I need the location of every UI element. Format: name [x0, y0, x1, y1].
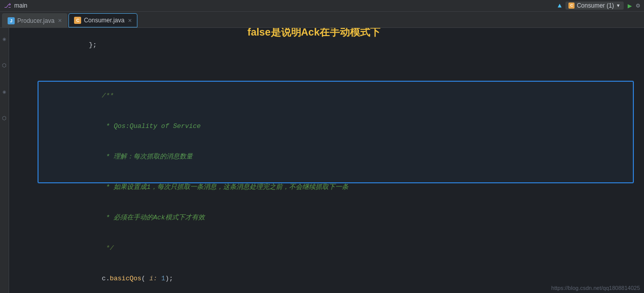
- producer-file-icon: J: [8, 17, 15, 24]
- close-consumer-button[interactable]: ✕: [128, 18, 132, 23]
- tab-producer-label: Producer.java: [17, 17, 54, 24]
- code-line-4: /**: [33, 81, 644, 111]
- tab-consumer[interactable]: C Consumer.java ✕: [68, 13, 137, 27]
- close-producer-button[interactable]: ✕: [58, 18, 62, 23]
- tab-producer[interactable]: J Producer.java ✕: [2, 13, 67, 27]
- code-line-8: * 必须在手动的Ack模式下才有效: [33, 203, 644, 233]
- code-line-3: [33, 71, 644, 81]
- consumer-file-icon: C: [74, 17, 81, 24]
- gutter-icon-2: ⬡: [2, 62, 7, 69]
- run-config-dropdown[interactable]: C Consumer (1) ▼: [565, 2, 623, 10]
- run-button[interactable]: ▶: [628, 2, 632, 10]
- branch-name: main: [14, 2, 27, 9]
- run-config-label: Consumer (1): [577, 2, 614, 9]
- title-left: ⎇ main: [4, 2, 27, 9]
- bottom-url: https://blog.csdn.net/qq1808814025: [551, 285, 640, 291]
- code-line-5: * Qos:Quality of Service: [33, 111, 644, 142]
- editor-area: ◉ ⬡ ◉ ⬡ };: [0, 28, 644, 293]
- side-gutter: ◉ ⬡ ◉ ⬡: [0, 28, 9, 293]
- code-content[interactable]: }; /** * Qos:Quality of Service * 理解：每次抓…: [29, 28, 644, 293]
- gutter-icon-3: ◉: [3, 89, 6, 95]
- annotation-text: false是说明Ack在手动模式下: [247, 28, 380, 37]
- title-bar: ⎇ main ▲ C Consumer (1) ▼ ▶ ⚙: [0, 0, 644, 12]
- title-right: ▲ C Consumer (1) ▼ ▶ ⚙: [558, 2, 640, 10]
- gutter-icon-1: ◉: [3, 36, 6, 42]
- tab-consumer-label: Consumer.java: [84, 17, 124, 24]
- code-line-2: [33, 60, 644, 71]
- gutter-icon-4: ⬡: [2, 115, 7, 121]
- code-line-9: */: [33, 233, 644, 264]
- branch-icon: ⎇: [4, 2, 11, 9]
- tab-bar: J Producer.java ✕ C Consumer.java ✕: [0, 12, 644, 28]
- arrow-up-icon: ▲: [558, 2, 562, 10]
- code-line-6: * 理解：每次抓取的消息数量: [33, 142, 644, 172]
- line-numbers: [9, 28, 29, 293]
- dropdown-arrow: ▼: [616, 3, 621, 8]
- code-line-7: * 如果设置成1，每次只抓取一条消息，这条消息处理完之前，不会继续抓取下一条: [33, 172, 644, 203]
- settings-button[interactable]: ⚙: [636, 2, 640, 10]
